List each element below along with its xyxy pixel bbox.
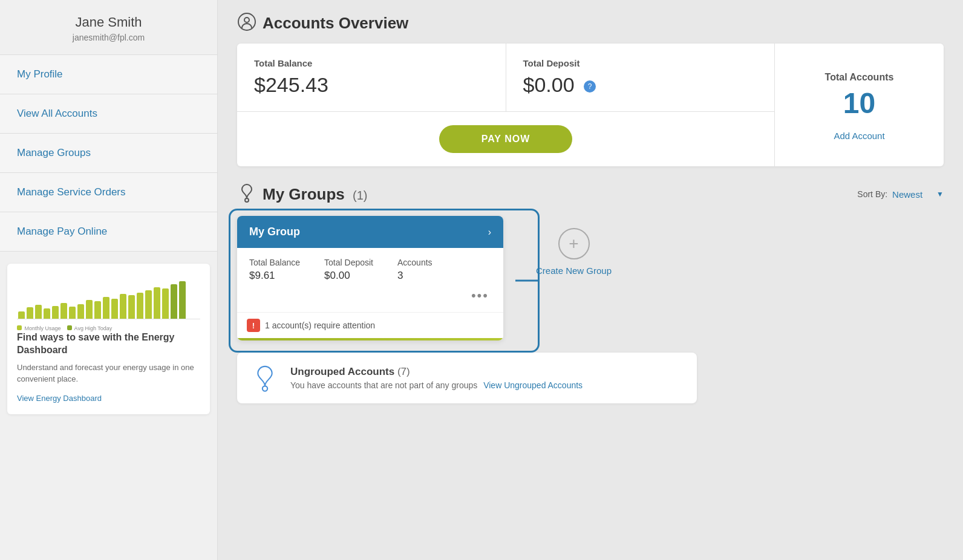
sidebar-item-manage-pay-online[interactable]: Manage Pay Online — [0, 212, 217, 252]
my-groups-section: My Groups (1) Sort By: Newest Oldest Nam… — [237, 183, 944, 403]
my-groups-title: My Groups (1) — [263, 185, 367, 204]
ungrouped-accounts-card: Ungrouped Accounts (7) You have accounts… — [237, 353, 697, 403]
sort-select[interactable]: Newest Oldest Name A-Z Name Z-A — [892, 189, 945, 200]
accounts-overview-title: Accounts Overview — [263, 14, 408, 33]
sort-by-label: Sort By: — [857, 189, 887, 199]
attention-icon: ! — [247, 319, 260, 332]
energy-widget-title: Find ways to save with the Energy Dashbo… — [17, 331, 200, 357]
total-balance-label: Total Balance — [254, 58, 489, 68]
sidebar-item-my-profile[interactable]: My Profile — [0, 55, 217, 94]
sidebar-item-manage-groups[interactable]: Manage Groups — [0, 134, 217, 173]
more-options-row: ••• — [249, 285, 491, 305]
group-card-chevron-icon: › — [488, 227, 491, 238]
card-accent-line — [237, 338, 503, 340]
total-deposit-label: Total Deposit — [523, 58, 758, 68]
sort-by-row: Sort By: Newest Oldest Name A-Z Name Z-A… — [857, 189, 944, 200]
energy-chart — [17, 271, 200, 319]
group-deposit-stat: Total Deposit $0.00 — [324, 258, 373, 282]
view-all-accounts-link[interactable]: View All Accounts — [17, 108, 97, 119]
more-options-button[interactable]: ••• — [471, 289, 489, 302]
total-balance-value: $245.43 — [254, 73, 489, 97]
add-account-link[interactable]: Add Account — [834, 131, 884, 141]
group-card-title: My Group — [249, 226, 300, 238]
pay-now-button[interactable]: PAY NOW — [439, 125, 573, 153]
manage-service-orders-link[interactable]: Manage Service Orders — [17, 186, 126, 198]
legend-avg-high: Avg High Today — [67, 325, 113, 331]
accounts-overview-card: Total Balance $245.43 Total Deposit $0.0… — [237, 44, 944, 166]
manage-pay-online-link[interactable]: Manage Pay Online — [17, 226, 107, 237]
main-content: Accounts Overview Total Balance $245.43 … — [218, 0, 963, 560]
chart-legend: Monthly Usage Avg High Today — [17, 325, 200, 331]
sidebar: Jane Smith janesmith@fpl.com My Profile … — [0, 0, 218, 560]
group-accounts-value: 3 — [397, 270, 433, 282]
ungrouped-title: Ungrouped Accounts (7) — [290, 366, 583, 378]
group-balance-stat: Total Balance $9.61 — [249, 258, 300, 282]
user-email: janesmith@fpl.com — [10, 33, 207, 42]
energy-widget-description: Understand and forecast your energy usag… — [17, 362, 200, 385]
attention-text: 1 account(s) require attention — [265, 321, 375, 330]
svg-point-1 — [244, 18, 249, 22]
legend-monthly-usage: Monthly Usage — [17, 325, 61, 331]
total-deposit-cell: Total Deposit $0.00 ? — [506, 44, 775, 111]
total-balance-cell: Total Balance $245.43 — [237, 44, 506, 111]
group-stats-row: Total Balance $9.61 Total Deposit $0.00 … — [249, 258, 491, 282]
sidebar-item-manage-service-orders[interactable]: Manage Service Orders — [0, 173, 217, 212]
group-card-wrapper: My Group › Total Balance $9.61 Total Dep… — [237, 216, 503, 340]
create-new-group-link[interactable]: Create New Group — [536, 265, 612, 276]
balances-row: Total Balance $245.43 Total Deposit $0.0… — [237, 44, 774, 112]
my-groups-icon — [237, 183, 256, 205]
group-accounts-label: Accounts — [397, 258, 433, 267]
accounts-overview-icon — [237, 12, 256, 34]
group-card-header[interactable]: My Group › — [237, 216, 503, 248]
view-energy-dashboard-link[interactable]: View Energy Dashboard — [17, 394, 102, 403]
overview-left-panel: Total Balance $245.43 Total Deposit $0.0… — [237, 44, 774, 166]
group-card: My Group › Total Balance $9.61 Total Dep… — [237, 216, 503, 340]
create-group-plus-icon: + — [558, 228, 590, 259]
ungrouped-icon — [250, 363, 279, 392]
group-card-body: Total Balance $9.61 Total Deposit $0.00 … — [237, 248, 503, 312]
create-new-group-area[interactable]: + Create New Group — [518, 216, 630, 288]
group-balance-label: Total Balance — [249, 258, 300, 267]
attention-row: ! 1 account(s) require attention — [237, 312, 503, 338]
total-accounts-number: 10 — [843, 86, 875, 120]
sidebar-item-view-all-accounts[interactable]: View All Accounts — [0, 94, 217, 134]
user-name: Jane Smith — [10, 15, 207, 30]
group-deposit-label: Total Deposit — [324, 258, 373, 267]
user-info-panel: Jane Smith janesmith@fpl.com — [0, 0, 217, 55]
group-balance-value: $9.61 — [249, 270, 300, 282]
total-deposit-value: $0.00 ? — [523, 73, 758, 97]
overview-right-panel: Total Accounts 10 Add Account — [774, 44, 944, 166]
manage-groups-link[interactable]: Manage Groups — [17, 147, 91, 158]
energy-dashboard-widget: Monthly Usage Avg High Today Find ways t… — [7, 264, 210, 414]
pay-now-row: PAY NOW — [237, 112, 774, 166]
svg-point-3 — [263, 386, 267, 391]
sort-select-wrap[interactable]: Newest Oldest Name A-Z Name Z-A ▼ — [892, 189, 944, 200]
group-accounts-stat: Accounts 3 — [397, 258, 433, 282]
group-deposit-value: $0.00 — [324, 270, 373, 282]
deposit-help-icon[interactable]: ? — [584, 80, 596, 93]
groups-header-row: My Groups (1) Sort By: Newest Oldest Nam… — [237, 183, 944, 205]
svg-point-2 — [245, 198, 249, 202]
my-profile-link[interactable]: My Profile — [17, 68, 63, 80]
total-accounts-label: Total Accounts — [825, 72, 894, 83]
ungrouped-desc: You have accounts that are not part of a… — [290, 380, 583, 390]
groups-grid: My Group › Total Balance $9.61 Total Dep… — [237, 216, 944, 340]
accounts-overview-header: Accounts Overview — [237, 12, 944, 34]
view-ungrouped-accounts-link[interactable]: View Ungrouped Accounts — [483, 380, 583, 390]
ungrouped-text: Ungrouped Accounts (7) You have accounts… — [290, 366, 583, 390]
my-groups-header: My Groups (1) — [237, 183, 367, 205]
